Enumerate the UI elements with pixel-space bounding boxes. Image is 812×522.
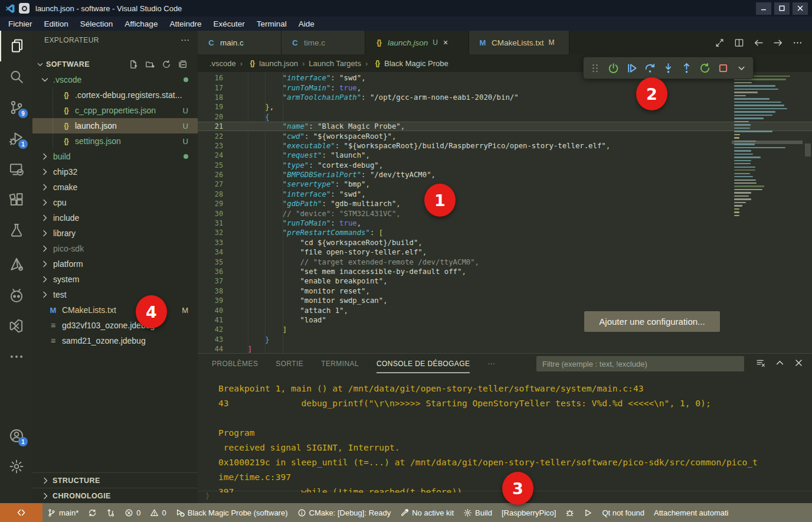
arrow-left-icon[interactable]	[754, 38, 764, 48]
status-0[interactable]: 0	[145, 503, 171, 522]
code-line-17[interactable]: 17 "runToMain": true,	[198, 83, 812, 92]
status-cmake-debug-ready[interactable]: CMake: [Debug]: Ready	[293, 503, 396, 522]
open-changes-icon[interactable]	[715, 38, 725, 48]
activity-run-debug[interactable]: 1	[0, 123, 32, 154]
activity-platformio[interactable]	[0, 280, 32, 311]
new-file-icon[interactable]	[129, 60, 138, 69]
refresh-icon[interactable]	[162, 60, 171, 69]
status-sync[interactable]	[83, 503, 102, 522]
debug-console-output[interactable]: Breakpoint 1, main () at /mnt/data/git/o…	[198, 373, 812, 492]
tree-item-library[interactable]: library	[32, 226, 198, 241]
code-editor[interactable]: 16 "interface": "swd",17 "runToMain": tr…	[198, 72, 812, 353]
panel-close-icon[interactable]	[794, 358, 804, 368]
panel-tab--[interactable]: ⋯	[487, 354, 495, 373]
status-0[interactable]: 0	[120, 503, 145, 522]
code-line-27[interactable]: 27 "servertype": "bmp",	[198, 180, 812, 189]
code-line-33[interactable]: 33 "cd ${workspaceRoot}/build",	[198, 238, 812, 247]
code-line-39[interactable]: 39 "monitor swdp_scan",	[198, 296, 812, 305]
tree-item-system[interactable]: system	[32, 272, 198, 287]
code-line-31[interactable]: 31 "runToMain": true,	[198, 218, 812, 228]
console-input-prompt[interactable]: 〉	[205, 491, 214, 502]
activity-search[interactable]	[0, 61, 32, 92]
add-configuration-button[interactable]: Ajouter une configuration...	[584, 311, 720, 332]
sidebar-section-structure[interactable]: STRUCTURE	[32, 472, 198, 488]
panel-tab-proble-mes[interactable]: PROBLÈMES	[212, 354, 258, 373]
activity-account[interactable]: 1	[0, 420, 32, 451]
tree-item-chip32[interactable]: chip32	[32, 164, 198, 180]
activity-extensions[interactable]	[0, 184, 32, 215]
remote-indicator[interactable]	[0, 503, 42, 522]
code-line-20[interactable]: 20 {	[198, 112, 812, 122]
status--raspberrypico-[interactable]: [RaspberryPico]	[497, 503, 561, 522]
status-qt-not-found[interactable]: Qt not found	[597, 503, 649, 522]
activity-settings[interactable]	[0, 451, 32, 482]
code-line-25[interactable]: 25 "type": "cortex-debug",	[198, 161, 812, 170]
tree-item--vscode[interactable]: .vscode	[32, 72, 198, 87]
tab-time-c[interactable]: Ctime.c	[281, 31, 365, 54]
debug-continue-icon[interactable]	[624, 60, 640, 76]
menu-aide[interactable]: Aide	[293, 19, 320, 28]
arrow-right-icon[interactable]	[773, 38, 783, 48]
menu-exe-cuter[interactable]: Exécuter	[207, 19, 250, 28]
panel-tab-sortie[interactable]: SORTIE	[276, 354, 303, 373]
debug-power-icon[interactable]	[605, 60, 621, 76]
tree-item-cpu[interactable]: cpu	[32, 195, 198, 210]
tree-item-include[interactable]: include	[32, 210, 198, 226]
menu-edition[interactable]: Edition	[38, 19, 74, 28]
debug-console-filter-input[interactable]	[536, 356, 744, 371]
collapse-all-icon[interactable]	[178, 60, 188, 69]
code-line-21[interactable]: 21 "name": "Black Magic Probe",	[198, 122, 812, 131]
code-line-26[interactable]: 26 "BMPGDBSerialPort": "/dev/ttyACM0",	[198, 170, 812, 180]
activity-source-control[interactable]: 9	[0, 92, 32, 123]
tree-item-settings-json[interactable]: {}settings.jsonU	[32, 133, 198, 149]
tab-launch-json[interactable]: {}launch.jsonU×	[365, 31, 469, 54]
workspace-section-header[interactable]: SOFTWARE	[32, 57, 198, 72]
breadcrumb-launch-targets[interactable]: Launch Targets	[309, 59, 361, 68]
code-line-19[interactable]: 19 },	[198, 102, 812, 112]
status-play[interactable]	[579, 503, 597, 522]
code-line-38[interactable]: 38 "monitor reset",	[198, 286, 812, 296]
debug-toolbar-menu-icon[interactable]	[734, 60, 749, 76]
panel-tab-console-de-de-bogage[interactable]: CONSOLE DE DÉBOGAGE	[376, 354, 470, 373]
debug-stop-icon[interactable]	[715, 60, 731, 76]
code-line-30[interactable]: 30 // "device": "STM32L431VC",	[198, 208, 812, 218]
code-line-34[interactable]: 34 "file open-story-teller.elf",	[198, 247, 812, 257]
debug-step-into-icon[interactable]	[660, 60, 676, 76]
tree-item--cortex-debug-registers-stat-[interactable]: {}.cortex-debug.registers.stat...	[32, 87, 198, 103]
editor-scrollbar[interactable]	[804, 72, 812, 353]
tree-item-cmakelists-txt[interactable]: MCMakeLists.txtM	[32, 302, 198, 318]
code-line-28[interactable]: 28 "interface": "swd",	[198, 190, 812, 199]
activity-more[interactable]	[0, 341, 32, 372]
code-line-32[interactable]: 32 "preRestartCommands": [	[198, 228, 812, 237]
activity-remote-explorer[interactable]	[0, 154, 32, 184]
menu-terminal[interactable]: Terminal	[251, 19, 293, 28]
tree-item-c_cpp_properties-json[interactable]: {}c_cpp_properties.jsonU	[32, 103, 198, 118]
more-h-icon[interactable]	[793, 38, 803, 48]
panel-tab-terminal[interactable]: TERMINAL	[321, 354, 359, 373]
code-line-36[interactable]: 36 "set mem inaccessible-by-default off"…	[198, 267, 812, 276]
close-button[interactable]	[793, 2, 808, 15]
code-line-37[interactable]: 37 "enable breakpoint",	[198, 276, 812, 286]
activity-testing[interactable]	[0, 215, 32, 246]
breadcrumb-black-magic-probe[interactable]: {}Black Magic Probe	[372, 59, 448, 68]
code-line-44[interactable]: 44 ]	[198, 344, 812, 353]
tree-item-build[interactable]: build	[32, 149, 198, 164]
debug-step-out-icon[interactable]	[679, 60, 695, 76]
tree-item-launch-json[interactable]: {}launch.jsonU	[32, 118, 198, 133]
sidebar-section-chronologie[interactable]: CHRONOLOGIE	[32, 488, 198, 503]
menu-fichier[interactable]: Fichier	[2, 19, 38, 28]
activity-visual-studio[interactable]	[0, 311, 32, 341]
debug-restart-icon[interactable]	[697, 60, 713, 76]
tab-close-icon[interactable]: ×	[443, 38, 448, 47]
split-editor-icon[interactable]	[734, 38, 744, 48]
new-folder-icon[interactable]	[145, 60, 155, 69]
status-no-active-kit[interactable]: No active kit	[395, 503, 459, 522]
code-line-23[interactable]: 23 "executable": "${workspaceRoot}/build…	[198, 141, 812, 151]
status-build[interactable]: Build	[459, 503, 497, 522]
menu-se-lection[interactable]: Sélection	[74, 19, 119, 28]
menu-atteindre[interactable]: Atteindre	[163, 19, 207, 28]
status-compare[interactable]	[102, 503, 120, 522]
code-line-43[interactable]: 43 }	[198, 335, 812, 344]
debug-drag-handle-icon[interactable]	[587, 60, 603, 76]
tab-main-c[interactable]: Cmain.c	[198, 31, 281, 54]
